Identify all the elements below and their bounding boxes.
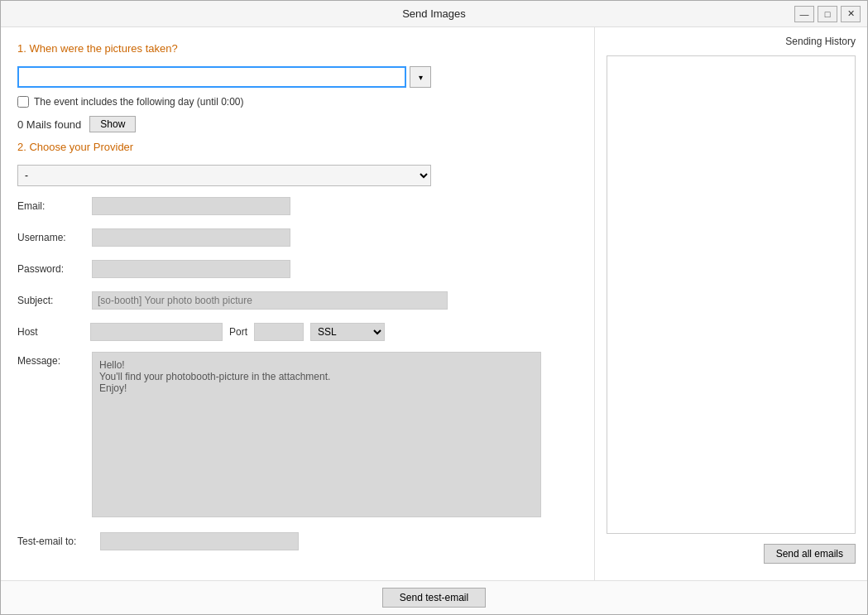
section1-heading: 1. When were the pictures taken? (17, 42, 578, 55)
show-button[interactable]: Show (89, 116, 136, 132)
email-row: Email: (17, 195, 578, 218)
checkbox-row: The event includes the following day (un… (17, 96, 578, 108)
right-bottom: Send all emails (607, 544, 856, 572)
test-email-label: Test-email to: (17, 536, 92, 547)
password-row: Password: (17, 257, 578, 281)
send-test-button[interactable]: Send test-email (382, 588, 486, 608)
bottom-bar: Send test-email (1, 580, 867, 614)
date-dropdown-button[interactable]: ▾ (410, 66, 431, 88)
left-panel: 1. When were the pictures taken? ▾ The e… (1, 27, 594, 580)
mails-row: 0 Mails found Show (17, 116, 578, 132)
window-controls: — □ ✕ (794, 6, 861, 22)
port-label: Port (229, 326, 247, 338)
message-label: Message: (17, 352, 84, 367)
email-label: Email: (17, 200, 84, 212)
username-row: Username: (17, 226, 578, 249)
password-input[interactable] (92, 260, 290, 278)
test-email-row: Test-email to: (17, 532, 578, 550)
maximize-button[interactable]: □ (818, 6, 837, 22)
title-bar: Send Images — □ ✕ (1, 1, 867, 27)
provider-select[interactable]: - (17, 165, 431, 186)
test-email-input[interactable] (100, 532, 299, 550)
port-input[interactable] (254, 323, 304, 341)
host-label: Host (17, 326, 84, 338)
ssl-select[interactable]: SSL TLS None (310, 323, 385, 341)
minimize-button[interactable]: — (794, 6, 814, 22)
close-button[interactable]: ✕ (841, 6, 861, 22)
subject-input[interactable] (92, 291, 448, 310)
section2-heading: 2. Choose your Provider (17, 141, 578, 153)
username-input[interactable] (92, 228, 290, 247)
date-row: ▾ (17, 66, 578, 88)
window-title: Send Images (74, 7, 794, 20)
next-day-checkbox[interactable] (17, 96, 29, 108)
send-all-button[interactable]: Send all emails (764, 544, 856, 564)
host-row: Host Port SSL TLS None (17, 320, 578, 344)
username-label: Username: (17, 232, 84, 243)
host-input[interactable] (90, 323, 223, 341)
history-label: Sending History (607, 36, 856, 47)
checkbox-label: The event includes the following day (un… (34, 96, 243, 108)
mails-count: 0 Mails found (17, 118, 81, 131)
message-row: Message: Hello! You'll find your photobo… (17, 352, 578, 517)
message-textarea[interactable]: Hello! You'll find your photobooth-pictu… (92, 352, 541, 517)
subject-row: Subject: (17, 289, 578, 312)
email-input[interactable] (92, 197, 290, 215)
history-box (607, 55, 856, 534)
subject-label: Subject: (17, 295, 84, 306)
main-window: Send Images — □ ✕ 1. When were the pictu… (0, 0, 868, 615)
date-input[interactable] (17, 66, 406, 88)
password-label: Password: (17, 263, 84, 275)
content-area: 1. When were the pictures taken? ▾ The e… (1, 27, 867, 580)
provider-dropdown-row: - (17, 165, 578, 186)
right-panel: Sending History Send all emails (594, 27, 867, 580)
